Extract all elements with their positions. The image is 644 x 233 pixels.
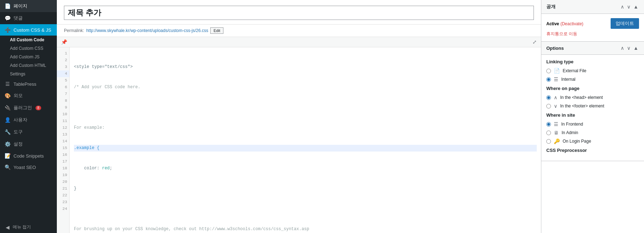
in-frontend-radio[interactable]	[546, 122, 551, 127]
where-in-site-label: Where in site	[546, 112, 639, 118]
code-line-4: .example {	[74, 145, 537, 152]
sidebar-collapse[interactable]: ◀ 메뉴 접기	[0, 221, 57, 233]
code-line-style: <style type="text/css">	[74, 64, 537, 70]
options-collapse-down[interactable]: ∨	[626, 45, 631, 51]
sidebar-item-label: 설정	[13, 141, 23, 147]
sidebar-item-users[interactable]: 👤 사용자	[0, 114, 57, 126]
linking-type-label: Linking type	[546, 59, 639, 64]
sidebar-item-label: Custom CSS & JS	[13, 27, 51, 33]
publish-collapse-up[interactable]: ∧	[620, 4, 625, 10]
tablepress-icon: ☰	[4, 81, 11, 87]
active-status: Active (Deactivate)	[546, 21, 583, 26]
expand-icon[interactable]: ⤢	[532, 39, 537, 45]
options-collapse-up[interactable]: ∧	[620, 45, 625, 51]
on-login-radio[interactable]	[546, 139, 551, 144]
admin-icon: 🖥	[554, 130, 559, 136]
sidebar: 📄 페이지 💬 댓글 ➕ Custom CSS & JS All Custom …	[0, 0, 57, 233]
editor-area: Permalink: http://www.skywhale.kr/wp-con…	[57, 0, 541, 233]
pin-icon[interactable]: 📌	[61, 39, 67, 45]
code-line-3: For example:	[74, 125, 537, 131]
code-line-6: }	[74, 185, 537, 192]
footer-icon: ∨	[554, 103, 557, 109]
title-input[interactable]	[64, 6, 534, 20]
sidebar-item-plugins[interactable]: 🔌 플러그인 8	[0, 102, 57, 114]
on-login-row: 🔑 On Login Page	[546, 138, 639, 144]
options-title: Options	[546, 46, 564, 51]
internal-row: ☰ Internal	[546, 76, 639, 82]
options-controls: ∧ ∨ ▲	[620, 45, 639, 51]
sidebar-subitem-add-custom-html[interactable]: Add Custom HTML	[0, 61, 57, 70]
sidebar-subitem-add-custom-css[interactable]: Add Custom CSS	[0, 44, 57, 53]
code-line-1: /* Add your CSS code here.	[74, 84, 537, 91]
external-file-radio[interactable]	[546, 69, 551, 73]
publish-section: 공개 ∧ ∨ ▲ Active (Deactivate) 업데이트 휴지통으로 …	[541, 0, 644, 42]
sidebar-item-label: TablePress	[13, 81, 36, 87]
in-frontend-row: ☰ In Frontend	[546, 121, 639, 127]
sidebar-item-pages[interactable]: 📄 페이지	[0, 0, 57, 12]
css-preprocessor-label: CSS Preprocessor	[546, 148, 639, 153]
external-file-icon: 📄	[554, 68, 560, 74]
on-login-label: On Login Page	[563, 139, 591, 144]
options-collapse-arrow[interactable]: ▲	[633, 45, 639, 51]
sidebar-item-label: 외모	[13, 92, 23, 99]
head-icon: ∧	[554, 95, 557, 100]
login-icon: 🔑	[554, 138, 560, 144]
internal-radio[interactable]	[546, 77, 551, 82]
active-label: Active	[546, 21, 559, 26]
deactivate-link[interactable]: (Deactivate)	[561, 21, 584, 26]
in-admin-label: In Admin	[562, 130, 578, 135]
sidebar-subitem-settings[interactable]: Settings	[0, 70, 57, 78]
publish-collapse-down[interactable]: ∨	[626, 4, 631, 10]
sidebar-item-custom-css-js[interactable]: ➕ Custom CSS & JS	[0, 24, 57, 36]
sidebar-item-yoast[interactable]: 🔍 Yoast SEO	[0, 161, 57, 173]
trash-link[interactable]: 휴지통으로 이동	[546, 31, 577, 36]
footer-element-label: In the <footer> element	[560, 104, 604, 108]
options-header: Options ∧ ∨ ▲	[541, 42, 644, 55]
in-frontend-label: In Frontend	[561, 122, 583, 127]
permalink-bar: Permalink: http://www.skywhale.kr/wp-con…	[57, 25, 541, 37]
sidebar-item-code-snippets[interactable]: 📝 Code Snippets	[0, 150, 57, 161]
footer-element-row: ∨ In the <footer> element	[546, 103, 639, 109]
code-line-8: For brushing up on your CSS knowledge, c…	[74, 226, 537, 233]
permalink-edit-button[interactable]: Edit	[210, 27, 223, 34]
plugins-icon: 🔌	[4, 105, 11, 111]
sidebar-item-appearance[interactable]: 🎨 외모	[0, 90, 57, 102]
publish-title: 공개	[546, 4, 556, 10]
footer-element-radio[interactable]	[546, 104, 551, 108]
tools-icon: 🔧	[4, 129, 11, 135]
sidebar-item-label: Yoast SEO	[13, 165, 36, 170]
sidebar-item-tablepress[interactable]: ☰ TablePress	[0, 78, 57, 90]
sidebar-item-comments[interactable]: 💬 댓글	[0, 12, 57, 24]
yoast-icon: 🔍	[4, 164, 11, 170]
sidebar-item-label: 댓글	[13, 15, 23, 21]
comments-icon: 💬	[4, 15, 11, 21]
right-panel: 공개 ∧ ∨ ▲ Active (Deactivate) 업데이트 휴지통으로 …	[541, 0, 644, 233]
publish-header: 공개 ∧ ∨ ▲	[541, 0, 644, 14]
users-icon: 👤	[4, 117, 11, 123]
code-content[interactable]: <style type="text/css"> /* Add your CSS …	[70, 47, 541, 233]
sidebar-item-label: 도구	[13, 129, 23, 135]
internal-label: Internal	[561, 77, 575, 82]
line-numbers: 1 2 3 4 5 6 7 8 9 10 11 12 13 14 15 16 1	[57, 47, 70, 233]
permalink-link[interactable]: http://www.skywhale.kr/wp-content/upload…	[86, 28, 208, 33]
sidebar-item-settings[interactable]: ⚙️ 설정	[0, 138, 57, 150]
code-toolbar: 📌 ⤢	[57, 37, 541, 47]
sidebar-subitem-all-custom-code[interactable]: All Custom Code	[0, 36, 57, 44]
sidebar-item-label: 플러그인	[13, 105, 32, 111]
sidebar-item-tools[interactable]: 🔧 도구	[0, 126, 57, 138]
code-area[interactable]: 1 2 3 4 5 6 7 8 9 10 11 12 13 14 15 16 1	[57, 47, 541, 233]
collapse-icon: ◀	[4, 224, 11, 230]
in-admin-radio[interactable]	[546, 131, 551, 135]
publish-collapse-arrow[interactable]: ▲	[633, 4, 639, 10]
head-element-radio[interactable]	[546, 95, 551, 100]
plugins-badge: 8	[36, 106, 41, 110]
options-section: Options ∧ ∨ ▲ Linking type 📄 External Fi…	[541, 42, 644, 161]
title-bar	[57, 0, 541, 25]
where-on-page-label: Where on page	[546, 86, 639, 91]
sidebar-subitem-add-custom-js[interactable]: Add Custom JS	[0, 53, 57, 61]
code-line-2	[74, 104, 537, 111]
code-line-7	[74, 206, 537, 212]
external-file-label: External File	[563, 68, 586, 73]
update-button[interactable]: 업데이트	[611, 18, 639, 29]
permalink-label: Permalink:	[64, 28, 84, 33]
